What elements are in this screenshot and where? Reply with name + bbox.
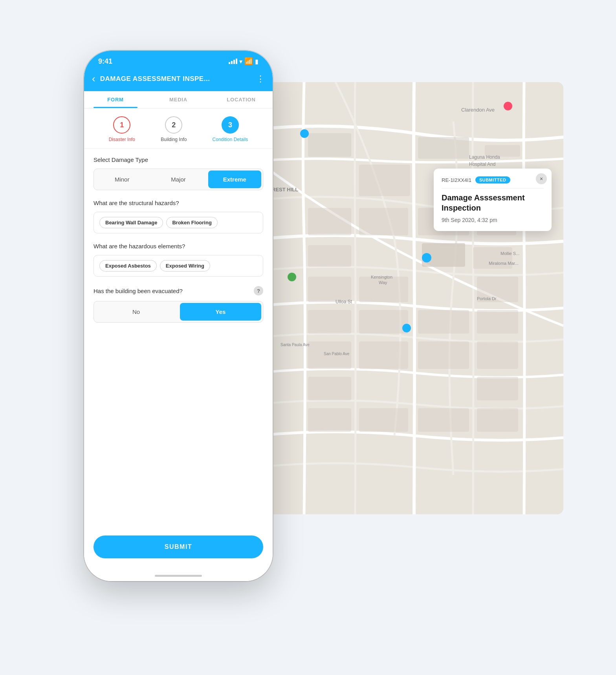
tag-exposed-wiring[interactable]: Exposed Wiring: [160, 260, 210, 271]
svg-rect-27: [418, 408, 469, 432]
svg-text:Miraloma Mar...: Miraloma Mar...: [489, 261, 519, 266]
svg-rect-20: [359, 341, 408, 369]
menu-button[interactable]: ⋮: [256, 74, 265, 84]
back-button[interactable]: ‹: [92, 73, 95, 85]
svg-rect-21: [418, 341, 469, 369]
svg-rect-16: [359, 310, 408, 334]
hazardous-elements-tags[interactable]: Exposed Asbestos Exposed Wiring: [94, 255, 263, 277]
home-bar: [155, 575, 202, 577]
svg-rect-28: [477, 408, 518, 432]
step-1[interactable]: 1 Disaster Info: [109, 116, 135, 142]
svg-rect-26: [359, 408, 408, 432]
damage-type-label: Select Damage Type: [94, 156, 263, 163]
svg-rect-22: [477, 341, 518, 369]
step-2-label: Building Info: [161, 137, 187, 142]
app-header: ‹ DAMAGE ASSESSMENT INSPE... ⋮: [84, 69, 273, 91]
svg-rect-12: [308, 277, 351, 302]
help-icon[interactable]: ?: [254, 286, 263, 295]
svg-rect-23: [308, 377, 351, 400]
popup-close-button[interactable]: ×: [536, 173, 547, 184]
svg-rect-17: [418, 310, 469, 334]
svg-rect-18: [477, 310, 518, 334]
map-background: Clarendon Ave Laguna Honda Hospital And …: [257, 82, 563, 514]
battery-icon: ▮: [255, 58, 258, 65]
status-icons: ▾ 📶 ▮: [229, 57, 258, 66]
damage-type-minor[interactable]: Minor: [95, 171, 148, 188]
tag-bearing-wall[interactable]: Bearing Wall Damage: [99, 217, 163, 228]
popup-date: 9th Sep 2020, 4:32 pm: [442, 217, 544, 223]
evacuation-no[interactable]: No: [95, 303, 177, 321]
svg-text:San Pablo Ave: San Pablo Ave: [324, 352, 350, 356]
svg-rect-15: [308, 310, 351, 334]
evacuation-section: Has the building been evacuated? ? No Ye…: [94, 286, 263, 323]
popup-header: RE-1I2XX4I1 SUBMITTED: [442, 176, 544, 183]
evacuation-yes[interactable]: Yes: [180, 303, 261, 321]
step-2-circle: 2: [165, 116, 182, 134]
tab-bar: FORM MEDIA LOCATION: [84, 91, 273, 108]
step-1-circle: 1: [113, 116, 130, 134]
popup-status-badge: SUBMITTED: [475, 176, 510, 183]
map-dot-red: [504, 102, 512, 110]
svg-rect-5: [308, 208, 351, 235]
damage-type-extreme[interactable]: Extreme: [208, 171, 261, 188]
svg-text:Santa Paula Ave: Santa Paula Ave: [280, 343, 310, 347]
evacuation-btn-group: No Yes: [94, 301, 263, 323]
svg-rect-2: [359, 165, 410, 196]
map-dot-blue-1: [300, 129, 309, 138]
step-3-label: Condition Details: [213, 137, 248, 142]
svg-text:Ulloa St: Ulloa St: [336, 299, 352, 304]
step-3[interactable]: 3 Condition Details: [213, 116, 248, 142]
hazardous-elements-label: What are the hazardous elements?: [94, 243, 263, 249]
phone: 9:41 ▾ 📶 ▮ ‹: [84, 51, 273, 581]
status-bar: 9:41 ▾ 📶 ▮: [84, 51, 273, 69]
svg-rect-1: [308, 133, 351, 157]
form-content: Select Damage Type Minor Major Extreme W…: [84, 149, 273, 529]
step-2[interactable]: 2 Building Info: [161, 116, 187, 142]
svg-rect-9: [308, 245, 351, 267]
svg-text:Way: Way: [379, 280, 387, 285]
step-3-circle: 3: [222, 116, 239, 134]
popup-id: RE-1I2XX4I1: [442, 177, 471, 183]
evacuation-header: Has the building been evacuated? ?: [94, 286, 263, 295]
damage-type-btn-group: Minor Major Extreme: [94, 169, 263, 190]
svg-rect-3: [418, 137, 469, 159]
popup-title: Damage Asssessment Inspection: [442, 193, 544, 213]
damage-type-section: Select Damage Type Minor Major Extreme: [94, 156, 263, 190]
step-1-label: Disaster Info: [109, 137, 135, 142]
tab-form[interactable]: FORM: [84, 91, 147, 108]
structural-hazards-section: What are the structural hazards? Bearing…: [94, 200, 263, 233]
header-title: DAMAGE ASSESSMENT INSPE...: [100, 75, 251, 83]
step-indicator: 1 Disaster Info 2 Building Info 3: [84, 108, 273, 149]
home-indicator: [84, 570, 273, 581]
svg-rect-6: [359, 208, 408, 235]
signal-icon: [229, 59, 237, 64]
svg-rect-24: [477, 377, 518, 400]
tab-location[interactable]: LOCATION: [210, 91, 273, 108]
map-dot-green: [288, 273, 296, 281]
wifi-icon: ▾: [239, 58, 242, 65]
svg-text:Hospital And: Hospital And: [469, 161, 495, 167]
scene: Clarendon Ave Laguna Honda Hospital And …: [53, 43, 563, 632]
status-time: 9:41: [98, 57, 112, 66]
svg-text:Portola Dr: Portola Dr: [477, 296, 497, 301]
tab-media[interactable]: MEDIA: [147, 91, 210, 108]
wifi-symbol: 📶: [244, 57, 253, 66]
damage-type-major[interactable]: Major: [152, 171, 205, 188]
hazardous-elements-section: What are the hazardous elements? Exposed…: [94, 243, 263, 277]
svg-text:Kensington: Kensington: [371, 275, 392, 279]
evacuation-label: Has the building been evacuated?: [94, 288, 183, 294]
svg-text:Laguna Honda: Laguna Honda: [469, 154, 500, 160]
svg-text:Mollie S...: Mollie S...: [500, 251, 519, 256]
map-dot-blue-3: [402, 324, 411, 332]
submit-button[interactable]: SUBMIT: [94, 536, 263, 558]
structural-hazards-tags[interactable]: Bearing Wall Damage Broken Flooring: [94, 212, 263, 233]
structural-hazards-label: What are the structural hazards?: [94, 200, 263, 206]
submit-section: SUBMIT: [84, 529, 273, 570]
svg-text:Clarendon Ave: Clarendon Ave: [461, 107, 495, 113]
map-dot-blue-2: [422, 253, 431, 262]
tag-exposed-asbestos[interactable]: Exposed Asbestos: [99, 260, 157, 271]
map-popup: × RE-1I2XX4I1 SUBMITTED Damage Asssessme…: [434, 169, 552, 231]
svg-rect-25: [308, 408, 351, 432]
popup-divider: [442, 188, 544, 189]
tag-broken-flooring[interactable]: Broken Flooring: [166, 217, 217, 228]
